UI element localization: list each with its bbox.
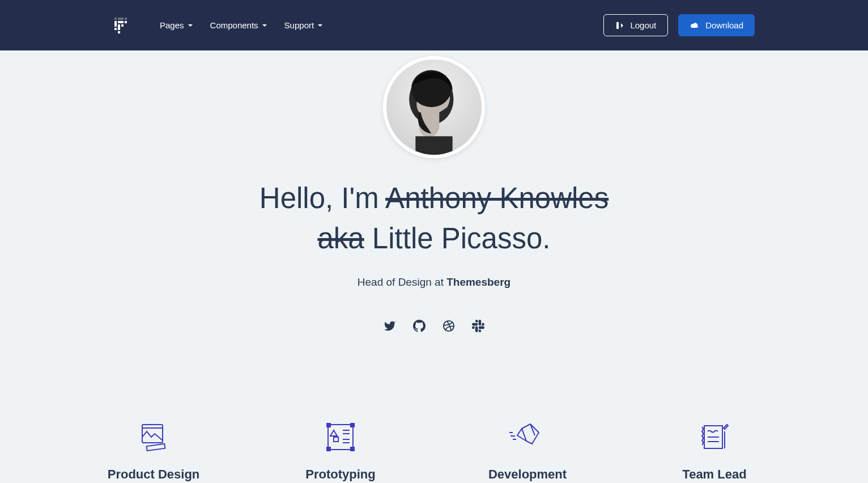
svg-rect-8 — [114, 28, 117, 30]
company-name: Themesberg — [446, 276, 510, 288]
hero-title: Hello, I'm Anthony Knowles aka Little Pi… — [179, 178, 689, 259]
nav-link-support[interactable]: Support — [284, 20, 324, 30]
feature-title: Prototyping — [284, 467, 397, 482]
svg-rect-6 — [118, 24, 120, 30]
download-button[interactable]: Download — [678, 14, 755, 36]
chevron-down-icon — [188, 23, 193, 28]
svg-rect-19 — [351, 423, 354, 427]
svg-rect-20 — [327, 447, 330, 451]
nav-link-components[interactable]: Components — [210, 20, 267, 30]
feature-prototyping: Prototyping — [284, 417, 397, 482]
feature-title: Team Lead — [658, 467, 771, 482]
svg-rect-1 — [118, 18, 124, 20]
feature-development: Development — [471, 417, 584, 482]
chevron-down-icon — [262, 23, 267, 28]
logout-button[interactable]: Logout — [603, 14, 668, 36]
svg-rect-7 — [121, 24, 124, 27]
svg-rect-17 — [328, 425, 353, 450]
svg-rect-9 — [118, 31, 120, 33]
download-label: Download — [705, 20, 743, 30]
team-lead-icon — [658, 417, 771, 457]
product-design-icon — [97, 417, 210, 457]
svg-rect-3 — [114, 21, 117, 27]
logout-icon — [615, 21, 624, 30]
svg-rect-0 — [114, 18, 117, 20]
svg-rect-4 — [118, 21, 124, 23]
hero-nickname: Little Picasso. — [364, 222, 551, 255]
dribbble-icon[interactable] — [442, 320, 455, 332]
hero: Hello, I'm Anthony Knowles aka Little Pi… — [0, 50, 868, 366]
svg-rect-18 — [327, 423, 330, 427]
features: Product Design Prototyping Development T… — [0, 366, 868, 483]
svg-rect-13 — [415, 136, 452, 155]
svg-rect-5 — [125, 21, 127, 23]
nav-label: Pages — [160, 20, 184, 30]
feature-product-design: Product Design — [97, 417, 210, 482]
svg-rect-2 — [125, 18, 127, 20]
avatar — [383, 56, 485, 158]
development-icon — [471, 417, 584, 457]
hero-subtitle: Head of Design at Themesberg — [0, 276, 868, 289]
hero-name-strike: Anthony Knowles — [385, 182, 609, 214]
cloud-download-icon — [690, 21, 700, 30]
svg-rect-21 — [351, 447, 354, 451]
prototyping-icon — [284, 417, 397, 457]
svg-rect-16 — [147, 444, 165, 451]
social-links — [0, 320, 868, 332]
logout-label: Logout — [630, 20, 656, 30]
nav-label: Support — [284, 20, 314, 30]
hero-aka-strike: aka — [317, 222, 364, 255]
chevron-down-icon — [317, 23, 323, 28]
github-icon[interactable] — [413, 320, 426, 332]
feature-title: Development — [471, 467, 584, 482]
slack-icon[interactable] — [472, 320, 484, 332]
logo[interactable] — [113, 16, 131, 35]
nav-link-pages[interactable]: Pages — [160, 20, 193, 30]
twitter-icon[interactable] — [384, 320, 396, 332]
nav-label: Components — [210, 20, 258, 30]
navbar: Pages Components Support Logout Download — [0, 0, 868, 50]
feature-title: Product Design — [97, 467, 210, 482]
feature-team-lead: Team Lead — [658, 417, 771, 482]
